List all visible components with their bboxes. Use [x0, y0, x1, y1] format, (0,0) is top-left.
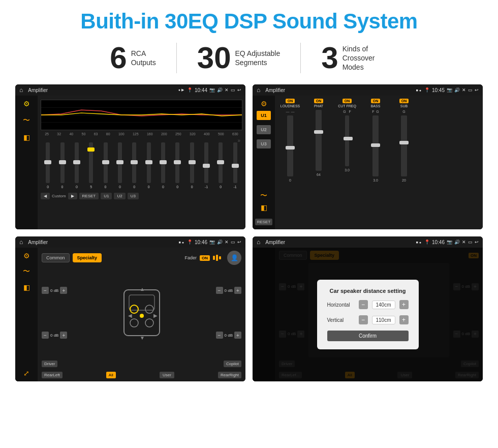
- screen-eq: ⌂ Amplifier ● ▶ 📍 10:44 📷 🔊 ✕ ▭ ↩ ⚙ 〜 ◧: [15, 84, 245, 229]
- back-icon-1[interactable]: ↩: [237, 87, 241, 93]
- preset-u3[interactable]: U3: [257, 139, 271, 148]
- eq-slider-3: 5: [89, 142, 93, 189]
- specialty-tab[interactable]: Specialty: [73, 253, 102, 262]
- u2-button-1[interactable]: U2: [114, 193, 125, 199]
- play-button[interactable]: ▶: [68, 193, 77, 199]
- loudness-track[interactable]: [287, 115, 293, 176]
- time-1: 10:44: [195, 87, 207, 93]
- stat-eq-number: 30: [197, 43, 231, 73]
- common-tab[interactable]: Common: [42, 253, 70, 262]
- back-icon-4[interactable]: ↩: [475, 240, 479, 245]
- settings-person-icon[interactable]: 👤: [227, 251, 241, 265]
- vertical-minus[interactable]: −: [359, 315, 368, 324]
- minus-btn-1[interactable]: −: [42, 287, 49, 294]
- cam-icon-2: 📷: [447, 87, 452, 93]
- pin-icon-1: 📍: [187, 87, 193, 93]
- svg-text:▼: ▼: [140, 335, 145, 341]
- time-2: 10:45: [432, 87, 445, 93]
- screen3-sidebar: ⚙ 〜 ◧ ⤢: [15, 248, 38, 381]
- u3-button-1[interactable]: U3: [128, 193, 139, 199]
- stat-eq: 30 EQ AdjustableSegments: [177, 43, 300, 73]
- horizontal-plus[interactable]: +: [399, 300, 409, 309]
- reset-button-1[interactable]: RESET: [79, 193, 99, 199]
- expand-icon-3[interactable]: ⤢: [23, 369, 29, 377]
- screen4-title: Amplifier: [265, 240, 413, 245]
- home-icon-1[interactable]: ⌂: [19, 86, 23, 94]
- eq-icon-2[interactable]: ⚙: [261, 100, 267, 108]
- vol-icon-2: 🔊: [454, 87, 460, 93]
- preset-u2[interactable]: U2: [257, 125, 271, 134]
- back-icon-3[interactable]: ↩: [237, 240, 241, 245]
- prev-button[interactable]: ◀: [41, 193, 50, 199]
- eq-icon[interactable]: ⚙: [23, 100, 30, 108]
- cam-icon-4: 📷: [447, 240, 452, 245]
- minus-btn-4[interactable]: −: [216, 332, 223, 339]
- svg-point-10: [140, 314, 144, 318]
- speaker-icon[interactable]: ◧: [23, 133, 30, 141]
- user-btn[interactable]: User: [160, 372, 174, 378]
- car-visual: ◀ ▶ ▲ ▼: [71, 268, 211, 357]
- cutfreq-track-g[interactable]: [345, 115, 349, 166]
- plus-btn-3[interactable]: +: [234, 287, 241, 294]
- u1-button-1[interactable]: U1: [101, 193, 112, 199]
- reset-button-2[interactable]: RESET: [255, 219, 273, 225]
- page-wrapper: Buith-in 30EQ DSP Sound System 6 RCAOutp…: [0, 0, 498, 448]
- screen1-title: Amplifier: [28, 87, 175, 93]
- vertical-plus[interactable]: +: [399, 315, 409, 324]
- db-val-1: 0 dB: [50, 288, 58, 293]
- sub-track[interactable]: [401, 115, 407, 176]
- bottom-labels-3: Driver Copilot: [42, 361, 241, 367]
- home-icon-2[interactable]: ⌂: [257, 86, 260, 94]
- svg-rect-5: [129, 295, 154, 310]
- channel-loudness-label: LOUDNESS: [281, 104, 300, 108]
- home-icon-3[interactable]: ⌂: [19, 238, 23, 246]
- x-icon-2[interactable]: ✕: [462, 87, 466, 93]
- win-icon-2[interactable]: ▭: [468, 87, 473, 93]
- svg-text:▲: ▲: [140, 286, 145, 292]
- screen-mixer: ⌂ Amplifier ■ ● 📍 10:45 📷 🔊 ✕ ▭ ↩ ⚙ U1 U: [253, 84, 483, 229]
- win-icon-1[interactable]: ▭: [231, 87, 235, 93]
- win-icon-4[interactable]: ▭: [468, 240, 473, 245]
- wave-icon[interactable]: 〜: [23, 116, 30, 125]
- x-icon-4[interactable]: ✕: [462, 240, 466, 245]
- wave-icon-2[interactable]: 〜: [260, 191, 267, 200]
- db-control-4: − 0 dB +: [216, 332, 241, 339]
- eq-slider-6: 0: [132, 142, 136, 189]
- phat-track[interactable]: [316, 110, 322, 171]
- horizontal-minus[interactable]: −: [359, 300, 368, 309]
- eq-slider-7: 0: [147, 142, 151, 189]
- stat-rca-label: RCAOutputs: [131, 49, 156, 67]
- preset-u1[interactable]: U1: [257, 111, 271, 120]
- main-title: Buith-in 30EQ DSP Sound System: [15, 9, 483, 34]
- sidebar-1: ⚙ 〜 ◧: [15, 96, 38, 229]
- speaker-icon-3[interactable]: ◧: [23, 283, 30, 291]
- win-icon-3[interactable]: ▭: [231, 240, 235, 245]
- fader-on[interactable]: ON: [200, 255, 210, 261]
- eq-icon-3[interactable]: ⚙: [23, 252, 30, 260]
- phat-val: 64: [317, 173, 321, 176]
- screen2-body: ⚙ U1 U2 U3 〜 ◧ RESET ON LOUDNESS ——: [253, 96, 483, 229]
- on-badge-loudness: ON: [286, 99, 295, 103]
- dot-icon-3: ■ ●: [179, 241, 184, 244]
- plus-btn-2[interactable]: +: [60, 332, 67, 339]
- x-icon-3[interactable]: ✕: [225, 240, 229, 245]
- confirm-button[interactable]: Confirm: [327, 331, 409, 341]
- plus-btn-4[interactable]: +: [234, 332, 241, 339]
- forward-icon[interactable]: »: [237, 138, 240, 143]
- bass-track[interactable]: [372, 115, 379, 176]
- wave-icon-3[interactable]: 〜: [23, 267, 30, 276]
- svg-point-8: [130, 319, 138, 327]
- speaker-icon-2[interactable]: ◧: [261, 203, 267, 212]
- horizontal-value: 140cm: [372, 301, 395, 309]
- minus-btn-2[interactable]: −: [42, 332, 49, 339]
- back-icon-2[interactable]: ↩: [475, 87, 479, 93]
- plus-btn-1[interactable]: +: [60, 287, 67, 294]
- modal-title: Car speaker distance setting: [327, 288, 409, 294]
- x-icon-1[interactable]: ✕: [225, 87, 229, 93]
- all-label[interactable]: All: [106, 372, 116, 378]
- minus-btn-3[interactable]: −: [216, 287, 223, 294]
- home-icon-4[interactable]: ⌂: [257, 238, 260, 246]
- eq-slider-0: 0: [46, 142, 50, 189]
- mixer-main: ON LOUDNESS —— 0 ON PHAT: [275, 96, 483, 229]
- driver-label: Driver: [42, 361, 57, 367]
